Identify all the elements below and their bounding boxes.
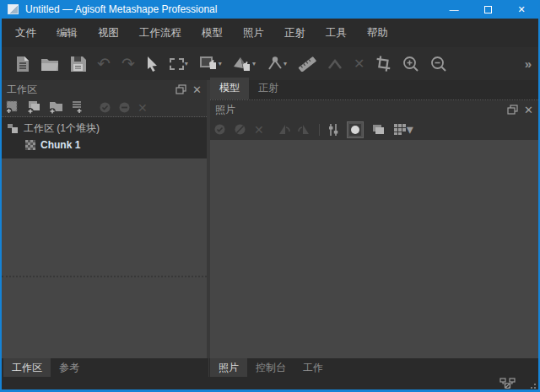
workspace-close-icon[interactable]: ✕	[192, 83, 202, 96]
close-icon: ✕	[517, 4, 525, 15]
resize-grip[interactable]	[528, 381, 537, 389]
crop-region-icon[interactable]	[375, 53, 392, 75]
bottom-tab-photos[interactable]: 照片	[210, 358, 247, 377]
minimize-icon: —	[450, 4, 459, 14]
toolbar-overflow-icon[interactable]: »	[525, 53, 532, 75]
viewport-tabbar: 模型 正射	[210, 80, 538, 100]
rotate-right-icon[interactable]	[298, 122, 311, 137]
enable-item-icon[interactable]	[99, 100, 111, 115]
rect-selection-icon[interactable]: ▾	[170, 53, 188, 75]
workspace-panel: 工作区 ✕	[2, 80, 207, 358]
bottom-tab-workspace[interactable]: 工作区	[3, 358, 51, 377]
view-mode-grid-icon[interactable]: ▾	[393, 122, 413, 137]
filter-photos-icon[interactable]	[327, 122, 339, 137]
rotate-left-icon[interactable]	[277, 122, 290, 137]
add-chunk-icon[interactable]	[5, 100, 19, 115]
marker-tool-icon[interactable]: ▾	[267, 53, 287, 75]
workspace-float-icon[interactable]	[176, 84, 186, 94]
menu-bar: 文件 编辑 视图 工作流程 模型 照片 正射 工具 帮助	[2, 19, 538, 47]
tree-root-label: 工作区 (1个堆块)	[24, 121, 100, 136]
bottom-tab-console[interactable]: 控制台	[247, 358, 294, 377]
menu-file[interactable]: 文件	[5, 23, 46, 44]
remove-item-icon[interactable]: ✕	[138, 100, 148, 115]
tab-model[interactable]: 模型	[210, 78, 249, 99]
add-folder-icon[interactable]	[48, 100, 63, 115]
tab-ortho[interactable]: 正射	[249, 78, 288, 99]
rotate-object-icon[interactable]: ▾	[233, 53, 256, 75]
workspace-toolbar: ✕	[2, 99, 207, 117]
app-icon	[8, 4, 19, 14]
redo-icon[interactable]: ↷	[122, 53, 135, 75]
menu-model[interactable]: 模型	[192, 23, 233, 44]
app-window: Untitled — Agisoft Metashape Professiona…	[0, 0, 540, 392]
zoom-in-icon[interactable]	[402, 53, 419, 75]
ruler-icon[interactable]	[298, 53, 316, 75]
main-toolbar: ↶ ↷ ▾ ▾ ▾ ▾ ✕	[2, 47, 538, 80]
workspace-tree: 工作区 (1个堆块) Chunk 1	[2, 117, 207, 158]
workspace-empty-area	[2, 158, 207, 276]
menu-edit[interactable]: 编辑	[46, 23, 88, 44]
chunk-icon	[25, 140, 35, 150]
titlebar: Untitled — Agisoft Metashape Professiona…	[2, 0, 538, 19]
remove-cameras-icon[interactable]: ✕	[254, 122, 264, 137]
save-icon[interactable]	[70, 53, 86, 75]
zoom-out-icon[interactable]	[430, 53, 447, 75]
photos-header: 照片 ✕	[210, 100, 538, 119]
menu-workflow[interactable]: 工作流程	[129, 23, 192, 44]
menu-view[interactable]: 视图	[88, 23, 129, 44]
close-button[interactable]: ✕	[505, 0, 538, 19]
pan-tool-icon[interactable]: ▾	[199, 53, 222, 75]
minimize-button[interactable]: —	[437, 0, 471, 19]
maximize-icon	[484, 6, 492, 13]
maximize-button[interactable]	[471, 0, 505, 19]
menu-photo[interactable]: 照片	[233, 23, 274, 44]
view-large-icons-icon[interactable]	[347, 121, 364, 138]
status-bar	[2, 377, 538, 389]
delete-selection-icon[interactable]: ✕	[354, 53, 364, 75]
enable-cameras-icon[interactable]	[213, 122, 226, 137]
photos-title: 照片	[215, 103, 235, 117]
photos-close-icon[interactable]: ✕	[524, 104, 533, 116]
chunk-label: Chunk 1	[40, 139, 80, 151]
bottom-tabbar: 工作区 参考 照片 控制台 工作	[2, 358, 538, 377]
undo-icon[interactable]: ↶	[97, 53, 111, 75]
polyline-icon[interactable]	[327, 53, 343, 75]
disable-cameras-icon[interactable]	[234, 122, 246, 137]
photos-toolbar: ✕ ▾	[210, 119, 538, 140]
bottom-tab-reference[interactable]: 参考	[51, 358, 88, 377]
menu-tools[interactable]: 工具	[316, 23, 357, 44]
workspace-header: 工作区 ✕	[2, 80, 207, 99]
tree-root-row[interactable]: 工作区 (1个堆块)	[2, 121, 207, 137]
tree-chunk-row[interactable]: Chunk 1	[2, 137, 207, 153]
menu-help[interactable]: 帮助	[357, 23, 398, 44]
add-photos-icon[interactable]	[26, 100, 41, 115]
window-title: Untitled — Agisoft Metashape Professiona…	[25, 3, 217, 15]
import-icon[interactable]	[70, 100, 84, 115]
workspace-title: 工作区	[7, 83, 37, 97]
workspace-node-icon	[7, 123, 19, 134]
toolbar-separator	[319, 124, 320, 136]
view-photos-icon[interactable]	[371, 122, 386, 137]
disable-item-icon[interactable]	[118, 100, 131, 115]
open-folder-icon[interactable]	[40, 53, 59, 75]
select-arrow-icon[interactable]	[146, 53, 159, 75]
viewport-area: 模型 正射 照片 ✕ ✕	[210, 80, 538, 358]
new-document-icon[interactable]	[15, 53, 30, 75]
bottom-tab-jobs[interactable]: 工作	[294, 358, 332, 377]
workspace-lower-area	[2, 278, 207, 358]
menu-ortho[interactable]: 正射	[274, 23, 316, 44]
photos-float-icon[interactable]	[507, 105, 518, 115]
photos-content-area[interactable]	[210, 140, 538, 358]
network-status-icon[interactable]	[500, 378, 516, 389]
